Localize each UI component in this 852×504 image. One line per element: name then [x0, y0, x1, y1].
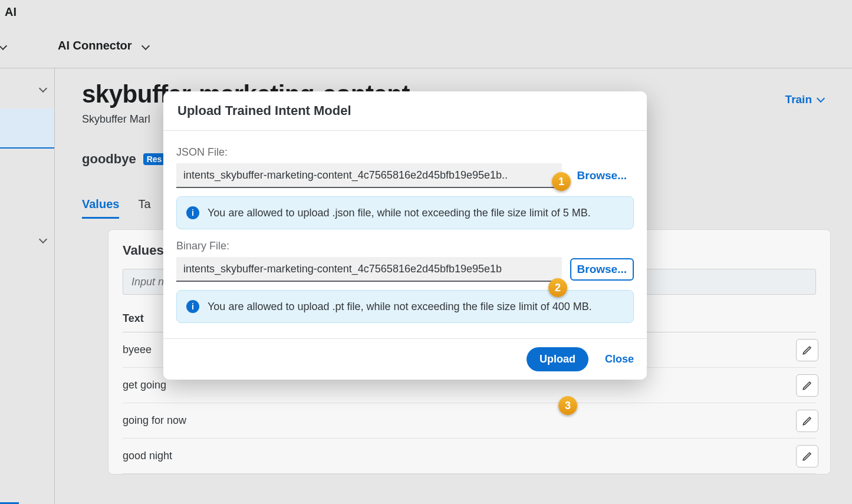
- nav-ai-connector-label: AI Connector: [58, 39, 132, 52]
- nav-ai-connector[interactable]: AI Connector: [58, 39, 159, 52]
- json-info-message: i You are allowed to upload .json file, …: [176, 196, 634, 229]
- annotation-callout-2: 2: [548, 278, 567, 297]
- restricted-badge: Res: [143, 153, 166, 165]
- left-rail-item[interactable]: [0, 68, 54, 108]
- edit-button[interactable]: [796, 374, 818, 397]
- pencil-icon: [802, 345, 812, 355]
- pencil-icon: [802, 380, 812, 391]
- table-row: good night: [123, 439, 816, 474]
- product-suffix: AI: [5, 5, 17, 19]
- train-label: Train: [785, 93, 812, 106]
- close-button[interactable]: Close: [605, 353, 634, 365]
- upload-button[interactable]: Upload: [527, 347, 588, 371]
- left-rail: [0, 68, 55, 504]
- table-row: going for now: [123, 403, 816, 439]
- secondary-nav: AI Connector: [0, 24, 852, 68]
- left-rail-item[interactable]: [0, 219, 54, 259]
- value-text: good night: [123, 450, 172, 462]
- dialog-footer: Upload Close: [163, 338, 647, 380]
- tab-tags[interactable]: Ta: [138, 197, 150, 219]
- annotation-callout-3: 3: [558, 396, 577, 415]
- value-text: get going: [123, 379, 166, 391]
- edit-button[interactable]: [796, 410, 818, 432]
- annotation-callout-1: 1: [552, 172, 571, 191]
- pencil-icon: [802, 451, 812, 462]
- json-info-text: You are allowed to upload .json file, wh…: [208, 205, 591, 220]
- chevron-down-icon: [39, 235, 47, 243]
- edit-button[interactable]: [796, 339, 818, 361]
- binary-file-row: intents_skybuffer-marketing-content_4c75…: [176, 257, 634, 282]
- tab-values[interactable]: Values: [82, 197, 119, 219]
- product-bar: AI: [0, 0, 852, 24]
- chevron-down-icon[interactable]: [0, 41, 7, 50]
- dialog-body: JSON File: intents_skybuffer-marketing-c…: [163, 131, 647, 338]
- binary-file-input[interactable]: intents_skybuffer-marketing-content_4c75…: [176, 257, 562, 282]
- chevron-down-icon[interactable]: [141, 41, 149, 50]
- left-rail-item-active[interactable]: [0, 108, 54, 149]
- pencil-icon: [802, 416, 812, 426]
- value-text: going for now: [123, 414, 186, 427]
- intent-name: goodbye: [82, 151, 136, 167]
- value-text: byeee: [123, 344, 152, 356]
- binary-browse-button[interactable]: Browse...: [570, 258, 634, 281]
- upload-model-dialog: Upload Trained Intent Model JSON File: i…: [163, 91, 647, 380]
- chevron-down-icon: [39, 84, 47, 93]
- json-file-label: JSON File:: [176, 146, 634, 159]
- info-icon: i: [186, 206, 199, 219]
- train-dropdown[interactable]: Train: [785, 93, 824, 106]
- binary-info-text: You are allowed to upload .pt file, whil…: [208, 299, 592, 314]
- binary-file-label: Binary File:: [176, 240, 634, 252]
- chevron-down-icon: [817, 94, 825, 103]
- info-icon: i: [186, 300, 199, 313]
- binary-info-message: i You are allowed to upload .pt file, wh…: [176, 290, 634, 323]
- edit-button[interactable]: [796, 445, 818, 467]
- json-file-input[interactable]: intents_skybuffer-marketing-content_4c75…: [176, 163, 562, 188]
- dialog-title: Upload Trained Intent Model: [163, 91, 647, 131]
- json-browse-button[interactable]: Browse...: [570, 164, 634, 187]
